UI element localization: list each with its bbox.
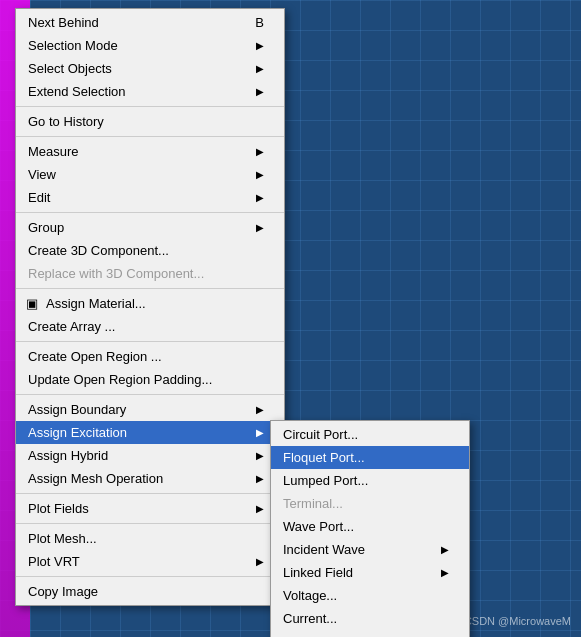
menu-item-label: Copy Image (28, 584, 98, 599)
menu-item-label: Assign Mesh Operation (28, 471, 163, 486)
submenu-arrow-icon: ▶ (256, 192, 264, 203)
menu-separator (16, 288, 284, 289)
branding-label: CSDN @MicrowaveM (464, 615, 571, 627)
submenu-arrow-icon: ▶ (256, 169, 264, 180)
submenu-item-linked-field[interactable]: Linked Field▶ (271, 561, 469, 584)
menu-item-label: Edit (28, 190, 50, 205)
menu-item-label: Create 3D Component... (28, 243, 169, 258)
submenu-item-label: Incident Wave (283, 542, 365, 557)
menu-item-label: Selection Mode (28, 38, 118, 53)
menu-separator (16, 576, 284, 577)
submenu-item-label: Linked Field (283, 565, 353, 580)
submenu-arrow-icon: ▶ (256, 63, 264, 74)
context-menu: Next BehindBSelection Mode▶Select Object… (15, 8, 285, 606)
menu-item-copy-image[interactable]: Copy Image (16, 580, 284, 603)
assign-material-icon: ▣ (24, 296, 40, 312)
menu-item-selection-mode[interactable]: Selection Mode▶ (16, 34, 284, 57)
menu-item-label: Extend Selection (28, 84, 126, 99)
submenu-arrow-icon: ▶ (256, 473, 264, 484)
menu-item-select-objects[interactable]: Select Objects▶ (16, 57, 284, 80)
menu-separator (16, 394, 284, 395)
submenu-arrow-icon: ▶ (256, 222, 264, 233)
menu-separator (16, 106, 284, 107)
menu-item-label: Assign Excitation (28, 425, 127, 440)
menu-item-replace-3d-component: Replace with 3D Component... (16, 262, 284, 285)
submenu-item-label: Voltage... (283, 588, 337, 603)
menu-item-update-open-region[interactable]: Update Open Region Padding... (16, 368, 284, 391)
menu-item-label: Assign Hybrid (28, 448, 108, 463)
menu-item-assign-material[interactable]: ▣Assign Material... (16, 292, 284, 315)
menu-item-assign-hybrid[interactable]: Assign Hybrid▶ (16, 444, 284, 467)
menu-item-plot-fields[interactable]: Plot Fields▶ (16, 497, 284, 520)
menu-item-label: Group (28, 220, 64, 235)
menu-separator (16, 493, 284, 494)
submenu-arrow-icon: ▶ (256, 450, 264, 461)
menu-item-label: Next Behind (28, 15, 99, 30)
submenu-item-label: Floquet Port... (283, 450, 365, 465)
submenu-item-label: Wave Port... (283, 519, 354, 534)
menu-item-label: Plot VRT (28, 554, 80, 569)
menu-item-label: Assign Boundary (28, 402, 126, 417)
menu-item-create-array[interactable]: Create Array ... (16, 315, 284, 338)
menu-item-label: Replace with 3D Component... (28, 266, 204, 281)
submenu-item-label: Lumped Port... (283, 473, 368, 488)
menu-item-go-to-history[interactable]: Go to History (16, 110, 284, 133)
menu-item-label: Go to History (28, 114, 104, 129)
menu-item-create-open-region[interactable]: Create Open Region ... (16, 345, 284, 368)
submenu-arrow-icon: ▶ (441, 567, 449, 578)
menu-separator (16, 212, 284, 213)
menu-item-edit[interactable]: Edit▶ (16, 186, 284, 209)
submenu-item-magnetic-bias[interactable]: Magnetic Bias... (271, 630, 469, 637)
menu-item-label: Create Open Region ... (28, 349, 162, 364)
submenu-item-label: Circuit Port... (283, 427, 358, 442)
menu-item-view[interactable]: View▶ (16, 163, 284, 186)
menu-item-label: Create Array ... (28, 319, 115, 334)
menu-item-assign-mesh-operation[interactable]: Assign Mesh Operation▶ (16, 467, 284, 490)
menu-item-label: Plot Fields (28, 501, 89, 516)
submenu-item-circuit-port[interactable]: Circuit Port... (271, 423, 469, 446)
menu-item-label: Select Objects (28, 61, 112, 76)
menu-separator (16, 136, 284, 137)
submenu-item-voltage[interactable]: Voltage... (271, 584, 469, 607)
menu-separator (16, 523, 284, 524)
submenu-item-label: Terminal... (283, 496, 343, 511)
submenu-item-lumped-port[interactable]: Lumped Port... (271, 469, 469, 492)
shortcut-label: B (255, 15, 264, 30)
submenu-arrow-icon: ▶ (256, 503, 264, 514)
submenu-arrow-icon: ▶ (256, 404, 264, 415)
submenu-arrow-icon: ▶ (256, 146, 264, 157)
menu-item-label: View (28, 167, 56, 182)
menu-separator (16, 341, 284, 342)
menu-item-assign-boundary[interactable]: Assign Boundary▶ (16, 398, 284, 421)
excitation-submenu: Circuit Port...Floquet Port...Lumped Por… (270, 420, 470, 637)
submenu-item-label: Current... (283, 611, 337, 626)
menu-item-next-behind[interactable]: Next BehindB (16, 11, 284, 34)
submenu-item-current[interactable]: Current... (271, 607, 469, 630)
menu-item-label: Assign Material... (28, 296, 146, 311)
submenu-item-terminal: Terminal... (271, 492, 469, 515)
submenu-item-incident-wave[interactable]: Incident Wave▶ (271, 538, 469, 561)
menu-item-label: Plot Mesh... (28, 531, 97, 546)
menu-item-label: Measure (28, 144, 79, 159)
submenu-arrow-icon: ▶ (256, 86, 264, 97)
submenu-item-floquet-port[interactable]: Floquet Port... (271, 446, 469, 469)
menu-item-group[interactable]: Group▶ (16, 216, 284, 239)
submenu-arrow-icon: ▶ (256, 40, 264, 51)
menu-item-extend-selection[interactable]: Extend Selection▶ (16, 80, 284, 103)
submenu-arrow-icon: ▶ (256, 556, 264, 567)
menu-item-plot-vrt[interactable]: Plot VRT▶ (16, 550, 284, 573)
menu-item-assign-excitation[interactable]: Assign Excitation▶ (16, 421, 284, 444)
menu-item-measure[interactable]: Measure▶ (16, 140, 284, 163)
submenu-arrow-icon: ▶ (256, 427, 264, 438)
menu-item-create-3d-component[interactable]: Create 3D Component... (16, 239, 284, 262)
submenu-item-wave-port[interactable]: Wave Port... (271, 515, 469, 538)
menu-item-plot-mesh[interactable]: Plot Mesh... (16, 527, 284, 550)
menu-item-label: Update Open Region Padding... (28, 372, 212, 387)
submenu-arrow-icon: ▶ (441, 544, 449, 555)
